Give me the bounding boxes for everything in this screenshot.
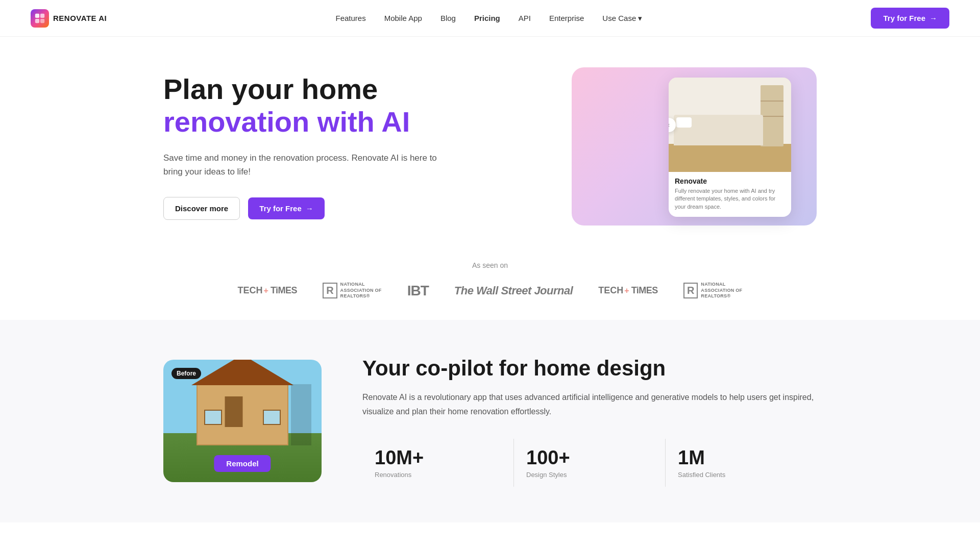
preview-card-description: Fully renovate your home with AI and try… — [675, 187, 785, 211]
hero-buttons: Discover more Try for Free → — [163, 197, 439, 220]
nav-mobile-app[interactable]: Mobile App — [384, 14, 422, 22]
stat-clients: 1M Satisfied Clients — [666, 439, 817, 487]
house-window-right — [263, 410, 281, 425]
room-bed-pillow — [676, 117, 692, 128]
house-scaffold — [291, 384, 311, 445]
preview-card: ‹ Renovate Fully renovate your home with… — [669, 78, 791, 217]
tech-times-logo-1: TECH + TiMES — [238, 285, 298, 296]
arrow-right-icon: → — [929, 14, 937, 22]
house-window-left — [204, 410, 222, 425]
logo-icon — [31, 9, 49, 28]
preview-image: ‹ — [669, 78, 791, 172]
try-for-free-button[interactable]: Try for Free → — [248, 197, 325, 219]
chevron-down-icon: ▾ — [638, 14, 642, 23]
copilot-title: Your co-pilot for home design — [362, 356, 817, 381]
nav-enterprise[interactable]: Enterprise — [549, 14, 584, 22]
stat-number-clients: 1M — [678, 447, 804, 469]
room-floor — [669, 144, 791, 172]
discover-more-button[interactable]: Discover more — [163, 197, 240, 220]
nav-features[interactable]: Features — [335, 14, 365, 22]
nav-blog[interactable]: Blog — [440, 14, 456, 22]
brand-name: RENOVATE AI — [53, 14, 107, 22]
hero-title: Plan your home renovation with AI — [163, 73, 439, 139]
logo[interactable]: RENOVATE AI — [31, 9, 107, 28]
wsj-logo: The Wall Street Journal — [454, 284, 573, 297]
house-roof — [191, 360, 293, 385]
as-seen-label: As seen on — [31, 261, 949, 269]
nar-logo-2: R NATIONALASSOCIATION OFREALTORS® — [683, 282, 743, 299]
hero-section: Plan your home renovation with AI Save t… — [133, 37, 847, 246]
stat-label-clients: Satisfied Clients — [678, 471, 804, 479]
nav-api[interactable]: API — [519, 14, 531, 22]
preview-card-title: Renovate — [675, 177, 785, 185]
logo-svg — [34, 13, 45, 24]
as-seen-on-section: As seen on TECH + TiMES R NATIONALASSOCI… — [0, 246, 980, 320]
copilot-section: Before Remodel Your co- — [133, 320, 847, 522]
copilot-description: Renovate AI is a revolutionary app that … — [362, 390, 817, 418]
stat-renovations: 10M+ Renovations — [362, 439, 514, 487]
preview-info: Renovate Fully renovate your home with A… — [669, 172, 791, 217]
stat-number-renovations: 10M+ — [375, 447, 501, 469]
before-badge: Before — [172, 368, 201, 379]
hero-subtitle: Save time and money in the renovation pr… — [163, 151, 439, 179]
nav-pricing[interactable]: Pricing — [474, 14, 500, 22]
ibt-logo: IBT — [407, 283, 429, 299]
svg-rect-1 — [40, 13, 44, 17]
nav-links: Features Mobile App Blog Pricing API Ent… — [335, 14, 642, 23]
stat-label-renovations: Renovations — [375, 471, 501, 479]
nav-try-free-button[interactable]: Try for Free → — [871, 8, 949, 29]
navbar: RENOVATE AI Features Mobile App Blog Pri… — [0, 0, 980, 37]
svg-rect-3 — [40, 18, 44, 22]
copilot-content: Your co-pilot for home design Renovate A… — [362, 356, 817, 487]
hero-preview: ‹ Renovate Fully renovate your home with… — [572, 67, 817, 226]
nar-logo-1: R NATIONALASSOCIATION OFREALTORS® — [323, 282, 382, 299]
stat-number-design-styles: 100+ — [526, 447, 653, 469]
logos-row: TECH + TiMES R NATIONALASSOCIATION OFREA… — [31, 282, 949, 299]
stats-row: 10M+ Renovations 100+ Design Styles 1M S… — [362, 439, 817, 487]
arrow-right-icon: → — [306, 204, 313, 213]
svg-rect-2 — [35, 18, 39, 22]
room-illustration — [669, 78, 791, 172]
svg-rect-0 — [35, 13, 39, 17]
stat-design-styles: 100+ Design Styles — [514, 439, 666, 487]
room-bed — [674, 115, 763, 145]
remodel-badge: Remodel — [214, 455, 271, 472]
room-shelf — [761, 85, 783, 146]
hero-content: Plan your home renovation with AI Save t… — [163, 73, 439, 220]
house-door — [225, 396, 242, 427]
stat-label-design-styles: Design Styles — [526, 471, 653, 479]
copilot-image-wrap: Before Remodel — [163, 360, 322, 482]
tech-times-logo-2: TECH + TiMES — [598, 285, 658, 296]
nav-use-case[interactable]: Use Case ▾ — [602, 14, 642, 23]
